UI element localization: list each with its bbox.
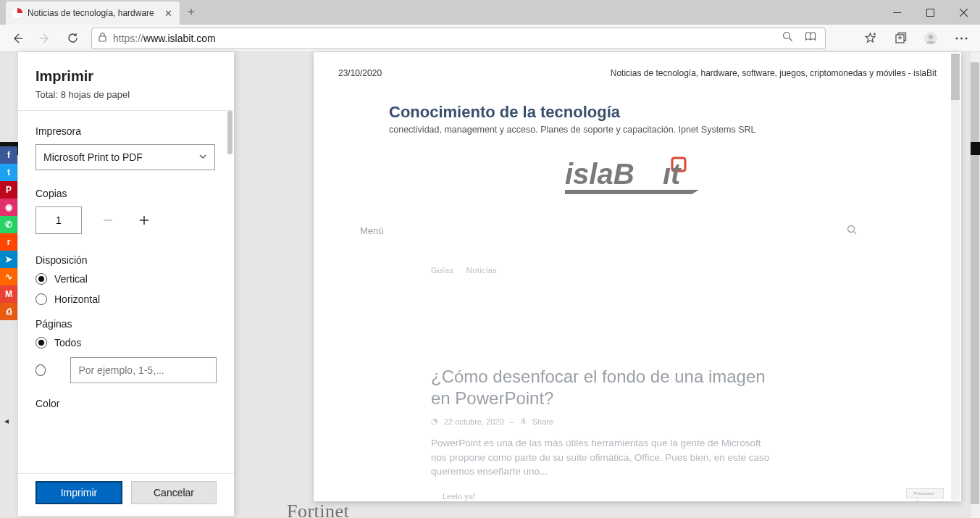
radio-icon bbox=[35, 337, 47, 348]
preview-scrollbar[interactable] bbox=[951, 54, 960, 500]
menu-button[interactable] bbox=[947, 27, 976, 50]
radio-icon bbox=[35, 364, 46, 376]
radio-icon bbox=[35, 273, 47, 285]
layout-label: Disposición bbox=[35, 254, 217, 266]
svg-text:islaB: islaB bbox=[565, 158, 635, 190]
zoom-icon[interactable] bbox=[779, 31, 796, 45]
preview-header: Noticias de tecnología, hardware, softwa… bbox=[611, 68, 937, 78]
svg-point-18 bbox=[955, 37, 958, 39]
social-share-bar: ftP◉✆r➤∿M⎙ bbox=[0, 146, 17, 320]
printer-select[interactable]: Microsoft Print to PDF bbox=[35, 144, 215, 170]
copies-input[interactable]: 1 bbox=[35, 206, 82, 234]
page-dark-band-right bbox=[971, 142, 980, 155]
print-button[interactable]: Imprimir bbox=[35, 481, 122, 504]
pin-icon[interactable]: ◂ bbox=[4, 416, 9, 426]
svg-point-19 bbox=[960, 37, 962, 39]
window-close-button[interactable] bbox=[947, 0, 980, 25]
tab-close-icon[interactable]: ✕ bbox=[162, 8, 174, 19]
svg-point-27 bbox=[848, 226, 855, 233]
pages-custom-input[interactable]: Por ejemplo, 1-5,... bbox=[70, 357, 217, 383]
cancel-button[interactable]: Cancelar bbox=[131, 481, 217, 504]
chevron-down-icon bbox=[198, 151, 207, 163]
svg-line-9 bbox=[790, 38, 792, 41]
breadcrumb: Noticias bbox=[466, 266, 497, 275]
article-date: 22 octubre, 2020 bbox=[444, 417, 504, 426]
preview-scroll-thumb[interactable] bbox=[951, 54, 960, 100]
layout-landscape-option[interactable]: Horizontal bbox=[35, 293, 217, 305]
profile-button[interactable] bbox=[916, 27, 945, 50]
printer-label: Impresora bbox=[35, 125, 217, 137]
back-button[interactable] bbox=[4, 27, 30, 50]
svg-point-17 bbox=[929, 34, 933, 38]
pages-all-option[interactable]: Todos bbox=[35, 337, 217, 348]
layout-portrait-option[interactable]: Vertical bbox=[35, 273, 217, 285]
menu-label: Menú bbox=[360, 225, 384, 236]
pages-label: Páginas bbox=[35, 318, 217, 330]
window-titlebar: Noticias de tecnología, hardware ✕ ＋ bbox=[0, 0, 980, 25]
url-text: https://www.islabit.com bbox=[113, 33, 774, 44]
social-item[interactable]: ⎙ bbox=[0, 303, 17, 320]
reading-icon[interactable] bbox=[802, 31, 819, 45]
ad-subtitle: conectividad, management y acceso. Plane… bbox=[389, 125, 937, 135]
copies-increment-button[interactable] bbox=[134, 210, 154, 230]
read-more-link: Leelo ya! bbox=[431, 492, 771, 501]
svg-rect-2 bbox=[926, 9, 934, 16]
tab-title: Noticias de tecnología, hardware bbox=[28, 8, 158, 18]
social-item[interactable]: ✆ bbox=[0, 216, 17, 233]
radio-icon bbox=[35, 293, 47, 305]
svg-point-16 bbox=[924, 32, 937, 45]
social-item[interactable]: ➤ bbox=[0, 251, 17, 268]
window-controls bbox=[880, 0, 980, 25]
ad-title: Conocimiento de la tecnología bbox=[389, 103, 937, 122]
islabit-logo: islaB ıt bbox=[532, 152, 742, 199]
breadcrumb: Guías bbox=[431, 266, 453, 275]
recaptcha-badge: Privacidad · Términos bbox=[906, 488, 944, 498]
svg-rect-25 bbox=[672, 158, 685, 171]
svg-rect-7 bbox=[99, 36, 106, 41]
article-body: PowerPoint es una de las más útiles herr… bbox=[431, 436, 771, 479]
browser-toolbar: https://www.islabit.com bbox=[0, 25, 980, 52]
social-item[interactable]: t bbox=[0, 164, 17, 181]
svg-line-4 bbox=[960, 9, 968, 17]
collections-button[interactable] bbox=[886, 27, 915, 50]
color-label: Color bbox=[35, 398, 217, 409]
preview-page[interactable]: 23/10/2020 Noticias de tecnología, hardw… bbox=[314, 52, 961, 501]
lock-icon bbox=[98, 32, 107, 45]
copies-label: Copias bbox=[35, 188, 217, 199]
social-item[interactable]: ◉ bbox=[0, 199, 17, 216]
print-preview-area: Fortinet 23/10/2020 Noticias de tecnolog… bbox=[234, 52, 971, 518]
social-item[interactable]: r bbox=[0, 233, 17, 251]
print-title: Imprimir bbox=[35, 68, 217, 85]
svg-line-3 bbox=[960, 9, 968, 17]
svg-point-20 bbox=[965, 37, 967, 39]
article-title: ¿Cómo desenfocar el fondo de una imagen … bbox=[431, 366, 771, 409]
forward-button[interactable] bbox=[32, 27, 58, 50]
svg-rect-13 bbox=[896, 35, 904, 43]
social-item[interactable]: P bbox=[0, 181, 17, 199]
tab-favicon bbox=[12, 7, 23, 19]
share-icon: ⋔ bbox=[520, 417, 527, 426]
printer-value: Microsoft Print to PDF bbox=[43, 151, 143, 163]
social-item[interactable]: f bbox=[0, 146, 17, 164]
share-label: Share bbox=[532, 417, 553, 426]
print-subtitle: Total: 8 hojas de papel bbox=[35, 89, 217, 100]
pages-custom-option[interactable]: Por ejemplo, 1-5,... bbox=[35, 357, 217, 383]
address-bar[interactable]: https://www.islabit.com bbox=[91, 28, 826, 49]
browser-tab[interactable]: Noticias de tecnología, hardware ✕ bbox=[6, 1, 180, 25]
background-text: Fortinet bbox=[287, 501, 349, 518]
svg-text:ıt: ıt bbox=[663, 158, 682, 190]
window-minimize-button[interactable] bbox=[880, 0, 913, 25]
social-item[interactable]: M bbox=[0, 285, 17, 303]
new-tab-button[interactable]: ＋ bbox=[180, 0, 203, 23]
window-maximize-button[interactable] bbox=[913, 0, 947, 25]
svg-point-0 bbox=[12, 8, 22, 18]
dialog-scroll-thumb[interactable] bbox=[227, 111, 233, 154]
refresh-button[interactable] bbox=[59, 27, 85, 50]
page-scrollbar[interactable] bbox=[970, 52, 980, 518]
preview-date: 23/10/2020 bbox=[338, 68, 382, 78]
svg-point-8 bbox=[784, 33, 790, 39]
favorites-button[interactable] bbox=[855, 27, 884, 50]
social-item[interactable]: ∿ bbox=[0, 268, 17, 285]
copies-decrement-button[interactable] bbox=[98, 210, 118, 230]
print-dialog: Imprimir Total: 8 hojas de papel Impreso… bbox=[18, 52, 234, 516]
